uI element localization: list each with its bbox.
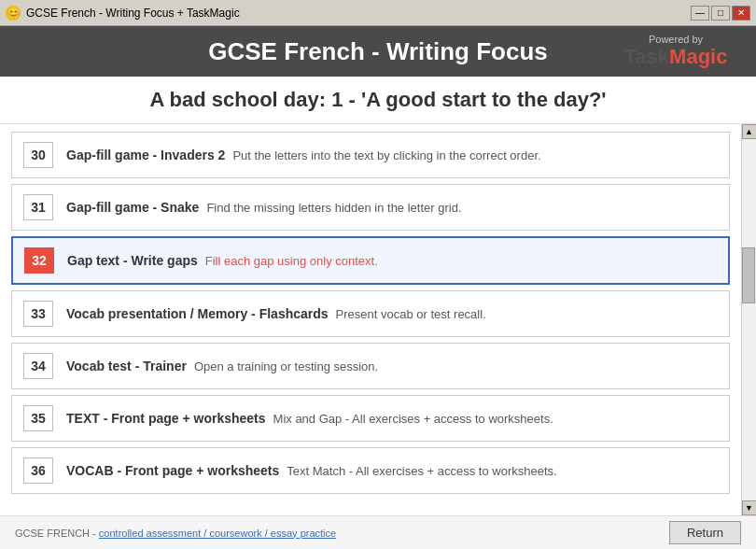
item-number: 35: [23, 405, 53, 431]
maximize-button[interactable]: □: [711, 6, 730, 21]
item-title: Gap-fill game - Invaders 2: [66, 148, 225, 162]
logo-task: Task: [624, 45, 670, 68]
title-bar-buttons: — □ ✕: [691, 6, 750, 21]
scroll-thumb-area: [742, 139, 756, 500]
item-number: 33: [23, 301, 53, 327]
item-title: Gap text - Write gaps: [67, 253, 198, 268]
item-desc: Open a training or testing session.: [194, 359, 378, 373]
powered-by-section: Powered by TaskMagic: [610, 34, 741, 69]
list-item[interactable]: 34Vocab test - TrainerOpen a training or…: [11, 343, 730, 389]
taskmagic-logo: TaskMagic: [624, 45, 728, 68]
item-desc: Find the missing letters hidden in the l…: [206, 201, 461, 215]
item-number: 36: [23, 458, 53, 484]
footer: GCSE FRENCH - controlled assessment / co…: [0, 515, 756, 549]
item-title: VOCAB - Front page + worksheets: [66, 463, 279, 478]
item-desc: Present vocab or test recall.: [336, 307, 486, 321]
scrollbar[interactable]: ▲ ▼: [741, 124, 756, 515]
return-button[interactable]: Return: [669, 521, 741, 544]
item-desc: Put the letters into the text by clickin…: [232, 148, 540, 162]
title-bar-left: 😊 GCSE French - Writing Focus + TaskMagi…: [6, 6, 240, 21]
list-item[interactable]: 30Gap-fill game - Invaders 2Put the lett…: [11, 132, 730, 178]
item-desc: Fill each gap using only context.: [205, 254, 378, 268]
app-header: GCSE French - Writing Focus Powered by T…: [0, 26, 756, 77]
item-number: 31: [23, 194, 53, 220]
list-item[interactable]: 36VOCAB - Front page + worksheetsText Ma…: [11, 447, 730, 494]
item-number: 30: [23, 142, 53, 168]
title-bar: 😊 GCSE French - Writing Focus + TaskMagi…: [0, 0, 756, 26]
scroll-thumb[interactable]: [742, 247, 755, 303]
item-title: Vocab presentation / Memory - Flashcards: [66, 306, 329, 321]
list-item[interactable]: 31Gap-fill game - SnakeFind the missing …: [11, 184, 730, 231]
item-desc: Mix and Gap - All exercises + access to …: [273, 412, 553, 426]
page-title-bar: A bad school day: 1 - 'A good start to t…: [0, 77, 756, 124]
list-item[interactable]: 35TEXT - Front page + worksheetsMix and …: [11, 395, 730, 442]
item-title: Vocab test - Trainer: [66, 359, 187, 373]
list-container: 30Gap-fill game - Invaders 2Put the lett…: [0, 124, 741, 515]
item-desc: Text Match - All exercises + access to w…: [287, 464, 556, 478]
logo-magic: Magic: [669, 45, 727, 68]
scroll-up-arrow[interactable]: ▲: [742, 124, 757, 139]
powered-by-text: Powered by: [610, 34, 741, 45]
item-number: 32: [24, 247, 54, 274]
footer-text: GCSE FRENCH - controlled assessment / co…: [15, 528, 336, 539]
close-button[interactable]: ✕: [732, 6, 750, 21]
scroll-down-arrow[interactable]: ▼: [742, 500, 757, 515]
app-title: GCSE French - Writing Focus: [146, 37, 610, 66]
app-icon: 😊: [6, 6, 21, 21]
list-item[interactable]: 33Vocab presentation / Memory - Flashcar…: [11, 290, 730, 337]
item-title: TEXT - Front page + worksheets: [66, 411, 266, 426]
page-title: A bad school day: 1 - 'A good start to t…: [15, 88, 741, 112]
minimize-button[interactable]: —: [691, 6, 709, 21]
content-area: 30Gap-fill game - Invaders 2Put the lett…: [0, 124, 756, 515]
list-item[interactable]: 32Gap text - Write gapsFill each gap usi…: [11, 236, 730, 285]
item-number: 34: [23, 353, 53, 379]
title-bar-text: GCSE French - Writing Focus + TaskMagic: [26, 7, 240, 20]
item-title: Gap-fill game - Snake: [66, 200, 199, 215]
footer-link[interactable]: controlled assessment / coursework / ess…: [99, 528, 336, 539]
